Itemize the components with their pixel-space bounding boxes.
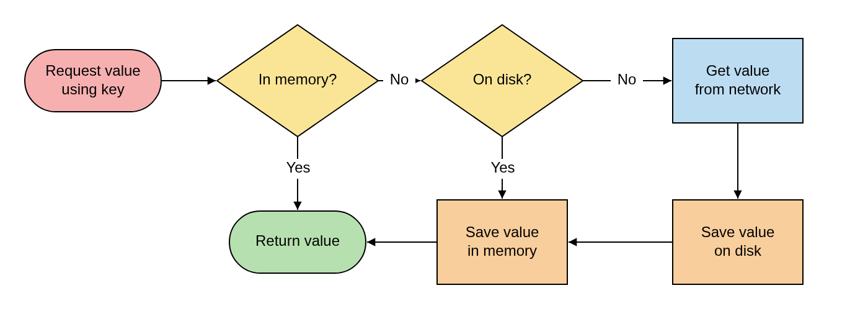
node-save-memory-label-1: Save value [466,223,539,240]
edge-ondisk-no-label: No [618,71,637,88]
edge-inmemory-yes-label: Yes [286,159,310,176]
flowchart: Request value using key In memory? On di… [0,0,868,311]
edge-ondisk-yes-label: Yes [490,159,515,176]
node-in-memory: In memory? [217,25,378,137]
node-in-memory-label: In memory? [259,71,337,88]
node-save-disk: Save value on disk [673,200,803,284]
node-return-label: Return value [255,232,340,249]
node-save-disk-label-2: on disk [714,242,762,259]
node-request-label-1: Request value [45,62,140,79]
node-get-network: Get value from network [673,38,803,123]
node-save-memory: Save value in memory [437,200,567,284]
node-request: Request value using key [25,50,161,112]
node-return: Return value [229,211,366,273]
node-save-memory-label-2: in memory [467,242,537,259]
edge-inmemory-no-label: No [390,71,409,88]
node-request-label-2: using key [61,81,124,97]
node-get-network-label-2: from network [695,81,782,97]
node-on-disk: On disk? [422,25,583,137]
node-on-disk-label: On disk? [473,71,532,88]
node-save-disk-label-1: Save value [701,223,775,240]
node-get-network-label-1: Get value [706,62,770,79]
